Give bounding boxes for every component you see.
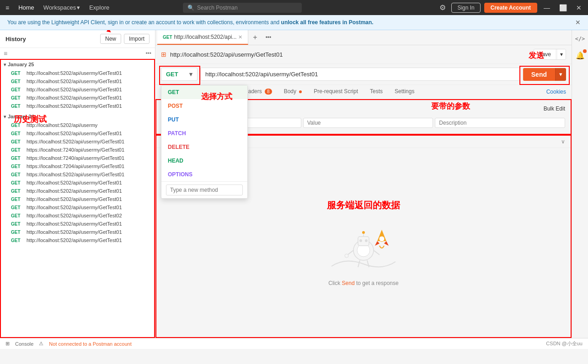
list-item[interactable]: GEThttp://localhost:5202/api/usermy/GetT…: [0, 129, 155, 137]
url-bar: GET ▾ Send ▾ GET POST PUT PATCH DELETE H…: [155, 64, 572, 85]
list-item[interactable]: GEThttp://localhost:5202/api/usermy/GetT…: [0, 77, 155, 85]
tab-more-icon[interactable]: •••: [262, 34, 275, 41]
method-label: GET: [166, 71, 178, 78]
list-item[interactable]: GEThttp://localhost:5202/api/usermy/GetT…: [0, 195, 155, 203]
tab-settings[interactable]: Settings: [389, 85, 420, 99]
maximize-button[interactable]: ⬜: [556, 3, 570, 12]
right-sidebar: </> 🔔: [572, 30, 588, 338]
tab-tests[interactable]: Tests: [364, 85, 388, 99]
workspaces-chevron-icon: ▾: [77, 4, 80, 11]
list-item[interactable]: GEThttps://localhost:7240/api/usermy/Get…: [0, 146, 155, 154]
send-link[interactable]: Send: [342, 280, 355, 286]
svg-line-7: [347, 250, 353, 255]
send-dropdown-button[interactable]: ▾: [555, 68, 566, 81]
sidebar-more-icon[interactable]: •••: [145, 50, 151, 57]
tab-prerequest[interactable]: Pre-request Script: [308, 85, 363, 99]
method-custom-input[interactable]: [166, 185, 243, 195]
method-chevron-icon: ▾: [189, 71, 192, 78]
code-icon[interactable]: </>: [573, 34, 587, 44]
nav-workspaces[interactable]: Workspaces ▾: [40, 2, 84, 13]
branding-text: CSDN @小全uu: [546, 340, 583, 347]
param-value-input[interactable]: [303, 118, 433, 128]
save-dropdown-button[interactable]: ▾: [557, 49, 566, 59]
method-select[interactable]: GET ▾: [161, 68, 198, 81]
url-input[interactable]: [200, 68, 520, 81]
method-option-head[interactable]: HEAD: [161, 154, 247, 168]
send-button[interactable]: Send: [523, 68, 555, 81]
send-button-group: Send ▾: [523, 68, 566, 81]
list-item[interactable]: GEThttp://localhost:5202/api/usermy/GetT…: [0, 236, 155, 244]
svg-point-8: [345, 254, 348, 258]
banner-close-icon[interactable]: ✕: [575, 19, 581, 26]
list-item[interactable]: GEThttp://localhost:5202/api/usermy/GetT…: [0, 203, 155, 211]
new-button[interactable]: New: [100, 34, 121, 44]
tabs-bar: GET http://localhost:5202/api... ✕ + •••: [155, 30, 572, 45]
chevron-down-icon: ▾: [4, 114, 6, 119]
notifications-icon[interactable]: 🔔: [574, 49, 587, 62]
request-header: ⊞ http://localhost:5202/api/usermy/GetTe…: [155, 45, 572, 64]
nav-explore[interactable]: Explore: [86, 2, 113, 13]
method-option-options[interactable]: OPTIONS: [161, 168, 247, 181]
console-label[interactable]: Console: [15, 341, 33, 347]
history-group-jan25: ▾ January 25 GEThttp://localhost:5202/ap…: [0, 59, 155, 111]
chevron-down-icon: ▾: [4, 62, 6, 67]
list-item[interactable]: GEThttps://localhost:7240/api/usermy/Get…: [0, 154, 155, 162]
console-icon: ⊞: [5, 341, 10, 347]
list-item[interactable]: GEThttp://localhost:5202/api/usermy/GetT…: [0, 94, 155, 102]
lightweight-client-banner: You are using the Lightweight API Client…: [0, 15, 588, 30]
svg-line-11: [367, 260, 369, 267]
list-item[interactable]: GEThttp://localhost:5202/api/usermy/GetT…: [0, 220, 155, 228]
list-item[interactable]: GEThttp://localhost:5202/api/usermy: [0, 121, 155, 129]
list-item[interactable]: GEThttps://localhost:5202/api/usermy/Get…: [0, 137, 155, 146]
close-button[interactable]: ✕: [573, 3, 584, 12]
method-option-put[interactable]: PUT: [161, 113, 247, 127]
list-item[interactable]: GEThttp://localhost:5202/api/usermy/GetT…: [0, 69, 155, 77]
tab-body[interactable]: Body: [278, 85, 308, 99]
svg-line-10: [358, 260, 360, 267]
gear-icon[interactable]: ⚙: [438, 1, 448, 14]
group-header-jan25: ▾ January 25: [0, 60, 155, 69]
svg-point-4: [365, 239, 368, 242]
filter-icon[interactable]: ≡: [4, 50, 7, 57]
bulk-edit-button[interactable]: Bulk Edit: [544, 106, 565, 112]
param-desc-input[interactable]: [435, 118, 565, 128]
add-tab-button[interactable]: +: [248, 33, 262, 42]
svg-point-6: [362, 231, 365, 234]
method-option-get[interactable]: GET: [161, 85, 247, 99]
list-item[interactable]: GEThttp://localhost:5202/api/usermy/GetT…: [0, 187, 155, 195]
search-bar[interactable]: 🔍 Search Postman: [183, 3, 302, 13]
create-account-button[interactable]: Create Account: [484, 3, 537, 13]
list-item[interactable]: GEThttp://localhost:5202/api/usermy/GetT…: [0, 211, 155, 220]
request-tab[interactable]: GET http://localhost:5202/api... ✕: [157, 30, 248, 45]
hamburger-icon[interactable]: ≡: [4, 2, 11, 13]
list-item[interactable]: GEThttp://localhost:5202/api/usermy/GetT…: [0, 85, 155, 94]
nav-home[interactable]: Home: [15, 2, 38, 13]
request-type-icon: ⊞: [161, 51, 166, 58]
method-option-patch[interactable]: PATCH: [161, 127, 247, 140]
minimize-button[interactable]: —: [541, 3, 553, 12]
response-prompt-text: Click Send to get a response: [328, 280, 398, 286]
signin-button[interactable]: Sign In: [451, 3, 480, 13]
list-item[interactable]: GEThttps://localhost:5202/api/usermy/Get…: [0, 170, 155, 179]
list-item[interactable]: GEThttp://localhost:5202/api/usermy/GetT…: [0, 102, 155, 110]
cookies-link[interactable]: Cookies: [546, 89, 566, 95]
warning-icon: ⚠: [39, 341, 43, 347]
list-item[interactable]: GEThttp://localhost:5202/api/usermy/GetT…: [0, 228, 155, 236]
tab-close-icon[interactable]: ✕: [238, 34, 242, 40]
notification-badge: [583, 49, 587, 53]
request-url-display: http://localhost:5202/api/usermy/GetTest…: [170, 51, 530, 58]
list-item[interactable]: GEThttps://localhost:7204/api/usermy/Get…: [0, 162, 155, 170]
response-expand-icon[interactable]: ∨: [561, 138, 565, 145]
history-list: 历史测试 ▾ January 25 GEThttp://localhost:52…: [0, 59, 155, 338]
method-option-post[interactable]: POST: [161, 99, 247, 113]
svg-point-3: [359, 239, 362, 242]
svg-point-12: [379, 236, 385, 242]
tab-method-label: GET: [163, 35, 172, 40]
method-option-delete[interactable]: DELETE: [161, 140, 247, 154]
import-button[interactable]: Import: [124, 34, 150, 44]
list-item[interactable]: GEThttp://localhost:5202/api/usermy/GetT…: [0, 179, 155, 187]
save-button[interactable]: Save: [534, 49, 556, 59]
topbar-nav: Home Workspaces ▾ Explore: [15, 2, 113, 13]
request-main: GET http://localhost:5202/api... ✕ + •••…: [155, 30, 572, 338]
tab-url-label: http://localhost:5202/api...: [174, 34, 237, 40]
